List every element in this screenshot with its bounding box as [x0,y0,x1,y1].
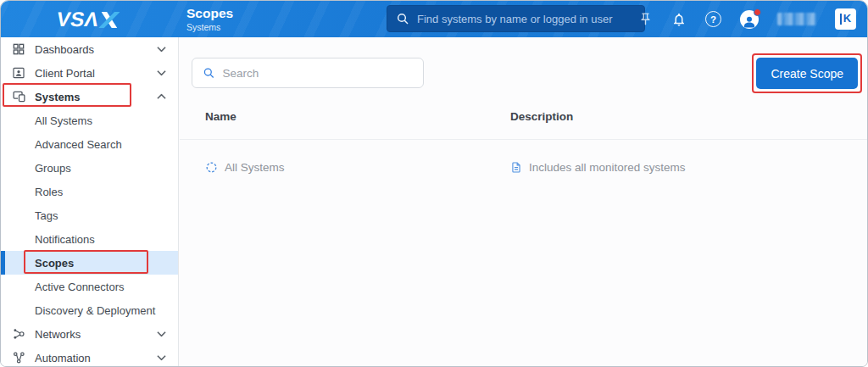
sidebar-item-active-connectors[interactable]: Active Connectors [1,275,178,298]
header-icon-group: ? K [638,1,856,37]
sidebar-item-advanced-search[interactable]: Advanced Search [1,132,178,156]
help-icon[interactable]: ? [705,11,721,27]
search-icon [396,12,409,25]
vsax-logo: VSΛ [55,9,120,30]
dashboard-icon [12,42,25,56]
table-row[interactable]: All Systems Includes all monitored syste… [180,140,867,195]
page-subtitle: Systems [186,22,233,32]
sidebar-item-label: Systems [35,91,80,103]
column-header-name: Name [205,110,510,123]
redacted-username [777,13,816,25]
scope-name-cell: All Systems [205,161,510,174]
sidebar-item-notifications[interactable]: Notifications [1,227,178,251]
search-icon [203,66,214,80]
sidebar-item-label: All Systems [35,114,92,127]
sidebar-item-networks[interactable]: Networks [1,322,178,346]
sidebar-item-label: Advanced Search [35,138,122,151]
scope-description-cell: Includes all monitored systems [510,161,867,174]
sidebar-item-systems[interactable]: Systems [1,85,178,108]
pin-icon[interactable] [638,12,653,26]
table-header-row: Name Description [180,88,867,140]
scope-search[interactable] [192,58,424,88]
sidebar-item-label: Roles [35,186,63,198]
chevron-down-icon [157,70,166,76]
sidebar-item-label: Active Connectors [35,281,125,293]
sidebar-item-tags[interactable]: Tags [1,203,178,227]
scopes-table: Name Description All Systems [180,88,867,195]
column-header-description: Description [510,110,867,123]
sidebar-item-roles[interactable]: Roles [1,180,178,203]
top-header-bar: VSΛ Scopes Systems [1,1,867,37]
sidebar-item-dashboards[interactable]: Dashboards [1,37,178,61]
kaseya-badge[interactable]: K [835,8,856,30]
automation-icon [12,351,26,365]
annotation-box-create-scope: Create Scope [752,53,862,93]
sidebar-item-label: Tags [35,209,58,222]
sidebar-item-label: Notifications [35,233,95,246]
sidebar-item-client-portal[interactable]: Client Portal [1,61,178,85]
vsax-logo-text: VSΛ [55,9,101,30]
sidebar-item-label: Client Portal [35,67,95,80]
networks-icon [12,327,26,342]
scope-search-input[interactable] [222,67,413,80]
sidebar-item-label: Dashboards [35,43,94,56]
client-portal-icon [12,66,25,80]
help-question-glyph: ? [705,11,721,27]
sidebar-item-label: Discovery & Deployment [35,304,155,317]
chevron-up-icon [157,94,166,100]
sidebar-item-discovery-deployment[interactable]: Discovery & Deployment [1,298,178,322]
sidebar-item-scopes[interactable]: Scopes [1,251,178,275]
systems-devices-icon [12,90,26,104]
notification-dot [754,8,761,16]
page-title: Scopes [186,6,233,21]
vsax-logo-x-icon [98,11,120,27]
scope-description-text: Includes all monitored systems [529,161,686,174]
chevron-down-icon [157,331,166,337]
logo-zone[interactable]: VSΛ [1,9,175,30]
sidebar-item-label: Groups [35,162,71,175]
global-search[interactable] [387,5,645,32]
create-scope-button[interactable]: Create Scope [756,58,858,89]
main-content: Create Scope Name Description All System… [180,37,867,366]
app-window: VSΛ Scopes Systems [0,0,868,367]
sidebar-item-automation[interactable]: Automation [1,346,178,367]
scope-name-text: All Systems [225,161,285,174]
user-avatar[interactable] [740,10,759,29]
sidebar-item-groups[interactable]: Groups [1,156,178,180]
sidebar-item-all-systems[interactable]: All Systems [1,108,178,132]
global-search-input[interactable] [417,13,636,25]
sidebar-item-label: Networks [35,328,81,341]
document-icon [510,161,522,174]
chevron-down-icon [157,47,166,53]
chevron-down-icon [157,355,166,361]
notifications-bell-icon[interactable] [671,12,687,27]
scope-target-icon [205,161,218,174]
kaseya-badge-letter: K [840,14,851,25]
sidebar-nav: Dashboards Client Portal [1,37,179,366]
page-heading: Scopes Systems [186,6,233,33]
sidebar-item-label: Scopes [35,257,74,270]
sidebar-item-label: Automation [35,352,91,364]
